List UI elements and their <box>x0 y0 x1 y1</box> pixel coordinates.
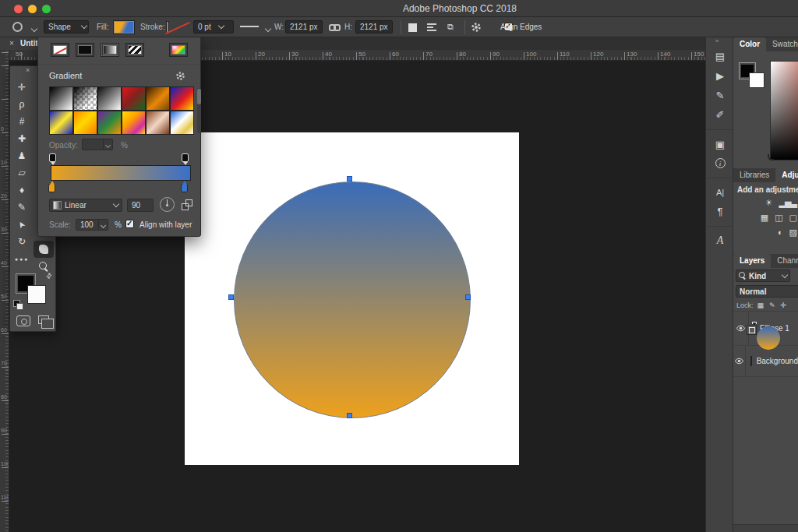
gradient-preset-chrome[interactable] <box>170 111 194 135</box>
gradient-preset-blue-yellow-blue[interactable] <box>49 111 73 135</box>
character-panel-button[interactable]: A| <box>706 178 734 202</box>
stroke-style-chevron-icon[interactable] <box>265 26 271 32</box>
levels-icon[interactable]: ▂▅▃ <box>779 198 796 208</box>
layer-filter-dropdown[interactable]: Kind <box>736 270 790 282</box>
eraser-tool[interactable]: ▱ <box>12 164 32 181</box>
color-stop-right[interactable] <box>181 184 188 192</box>
layer-visibility-toggle[interactable] <box>733 346 746 376</box>
path-operations-button[interactable] <box>408 23 417 33</box>
tool-preset-button[interactable] <box>12 22 23 33</box>
gradient-preset-black-to-white[interactable] <box>97 86 122 111</box>
background-color-swatch[interactable] <box>749 72 764 88</box>
blur-tool[interactable]: ♦ <box>12 181 32 199</box>
transform-handle-top[interactable] <box>347 176 352 181</box>
close-palette-icon[interactable]: × <box>26 66 30 74</box>
layer-comps-panel-button[interactable]: ▣ <box>706 129 734 153</box>
collapse-panels-icon[interactable]: » <box>715 37 719 44</box>
curves-icon[interactable]: ▦ <box>761 213 768 223</box>
fill-swatch[interactable] <box>114 21 134 33</box>
clone-stamp-tool[interactable]: ♟ <box>12 147 32 164</box>
shape-settings-button[interactable] <box>471 22 482 33</box>
background-color-swatch[interactable] <box>27 285 46 304</box>
stroke-size-field[interactable]: 0 pt <box>193 20 234 33</box>
artboard[interactable] <box>185 132 519 465</box>
tab-layers[interactable]: Layers <box>733 254 771 268</box>
lock-pixels-icon[interactable]: ✎ <box>769 301 775 309</box>
exposure-icon[interactable]: ◫ <box>775 213 782 223</box>
screen-mode-button[interactable] <box>38 315 49 324</box>
minimize-window-button[interactable] <box>28 5 37 13</box>
gradient-angle-field[interactable]: 90 <box>127 199 154 212</box>
blend-mode-dropdown[interactable]: Normal <box>736 285 798 298</box>
path-arrangement-button[interactable]: ⧉ <box>447 22 454 32</box>
brushes-panel-button[interactable]: ✐ <box>706 105 734 125</box>
reverse-gradient-icon[interactable] <box>182 199 192 210</box>
transform-handle-left[interactable] <box>228 294 234 300</box>
close-tab-icon[interactable]: × <box>9 37 14 50</box>
actions-panel-button[interactable]: ▶ <box>706 66 734 86</box>
gradient-style-dropdown[interactable]: Linear <box>49 199 122 212</box>
tab-color[interactable]: Color <box>733 37 766 51</box>
brush-settings-panel-button[interactable]: ✎ <box>706 86 734 105</box>
tab-adjustments[interactable]: Adjustments <box>775 168 798 182</box>
fill-gradient-button[interactable] <box>101 43 119 57</box>
gradient-preset-violet-green-orange[interactable] <box>97 111 122 135</box>
fill-solid-button[interactable] <box>76 43 94 57</box>
fill-pattern-button[interactable] <box>125 43 144 57</box>
hand-tool[interactable] <box>34 241 54 258</box>
vertical-ruler[interactable]: 0102030405060708090100110 <box>0 50 9 532</box>
scale-field[interactable]: 100 <box>76 219 108 231</box>
zoom-window-button[interactable] <box>42 5 51 13</box>
lasso-tool[interactable]: ρ <box>12 96 32 113</box>
gradient-preset-foreground-to-background[interactable] <box>49 86 73 111</box>
tab-libraries[interactable]: Libraries <box>733 168 775 182</box>
fill-none-button[interactable] <box>51 43 69 57</box>
paragraph-panel-button[interactable]: ¶ <box>706 202 734 221</box>
gradient-preset-blue-red-yellow[interactable] <box>170 86 194 111</box>
close-window-button[interactable] <box>14 5 23 13</box>
gradient-editor-bar[interactable] <box>51 165 191 181</box>
more-tools[interactable]: ●●● <box>12 250 32 267</box>
height-field[interactable]: 2121 px <box>355 20 393 33</box>
layer-row-background[interactable]: Background <box>733 346 798 377</box>
layer-row-ellipse[interactable]: Ellipse 1 <box>733 312 798 346</box>
gradient-preset-copper[interactable] <box>146 111 170 135</box>
path-selection-tool[interactable]: ➤ <box>12 216 32 233</box>
stroke-swatch[interactable] <box>167 22 168 32</box>
width-field[interactable]: 2121 px <box>285 20 323 33</box>
hue-saturation-icon[interactable]: ◐ <box>778 227 782 238</box>
gradient-preset-red-to-green[interactable] <box>122 86 146 111</box>
gradient-preset-yellow-magenta[interactable] <box>122 111 146 135</box>
color-balance-icon[interactable]: ▨ <box>789 227 796 238</box>
preset-scrollbar[interactable] <box>197 88 201 133</box>
transform-handle-right[interactable] <box>465 294 471 300</box>
gradient-preset-orange-overlay[interactable] <box>146 86 170 111</box>
tab-channels[interactable]: Channels <box>771 254 798 268</box>
layer-thumbnail[interactable] <box>754 323 755 333</box>
glyphs-panel-button[interactable]: A <box>706 226 734 250</box>
opacity-stop-right[interactable] <box>182 153 189 162</box>
rotate-view-tool[interactable]: ↻ <box>12 233 32 250</box>
tool-mode-dropdown[interactable]: Shape <box>44 20 89 33</box>
angle-dial[interactable] <box>160 197 175 212</box>
gradient-settings-button[interactable] <box>175 71 185 81</box>
healing-brush-tool[interactable]: ✚ <box>12 130 32 147</box>
link-dimensions-icon[interactable] <box>329 24 341 32</box>
quick-mask-button[interactable] <box>16 315 30 326</box>
layer-thumbnail[interactable] <box>750 356 752 366</box>
tab-swatches[interactable]: Swatches <box>766 37 798 51</box>
move-tool[interactable]: ✛ <box>12 79 32 96</box>
opacity-stop-left[interactable] <box>49 153 56 162</box>
swap-colors-icon[interactable]: ⇄ <box>44 271 54 280</box>
color-picker-field[interactable] <box>770 61 798 160</box>
default-colors-icon[interactable] <box>13 300 23 309</box>
gradient-preset-orange-yellow-orange[interactable] <box>73 111 97 135</box>
gradient-preset-foreground-to-transparent[interactable] <box>73 86 97 111</box>
color-sliders-panel-button[interactable]: ▤ <box>706 47 734 66</box>
brightness-contrast-icon[interactable]: ☀ <box>765 198 772 208</box>
crop-tool[interactable]: # <box>12 113 32 130</box>
tool-preset-chevron-icon[interactable] <box>31 26 37 32</box>
ellipse-shape[interactable] <box>234 181 471 418</box>
lock-transparency-icon[interactable]: ▦ <box>757 301 764 309</box>
color-stop-left[interactable] <box>48 184 55 192</box>
